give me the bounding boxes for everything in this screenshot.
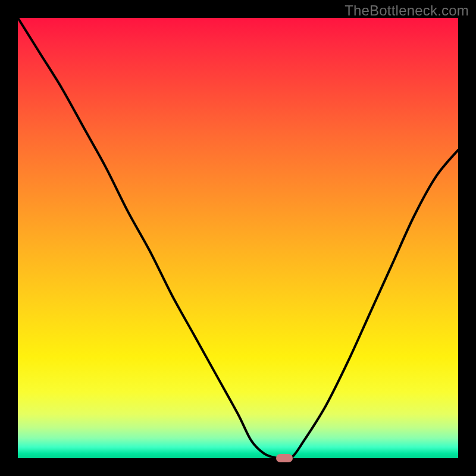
watermark-text: TheBottleneck.com: [345, 2, 469, 19]
plot-area: [18, 18, 458, 458]
bottleneck-curve: [18, 18, 458, 458]
chart-frame: TheBottleneck.com: [0, 0, 476, 476]
optimal-marker: [276, 454, 293, 462]
